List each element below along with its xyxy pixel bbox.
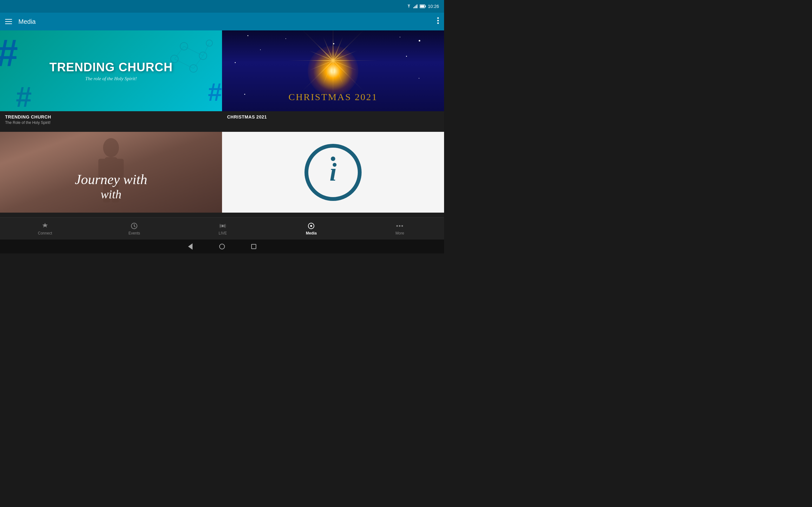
more-options-button[interactable] xyxy=(437,17,439,26)
svg-line-19 xyxy=(174,59,194,68)
system-nav xyxy=(0,239,444,253)
app-bar-left: Media xyxy=(5,18,36,25)
christmas-label-title: CHRISTMAS 2021 xyxy=(227,114,439,119)
svg-rect-1 xyxy=(414,6,415,8)
back-icon xyxy=(188,243,193,250)
journey-title-text: Journey with xyxy=(0,172,222,188)
home-icon xyxy=(219,244,225,249)
status-time: 10:26 xyxy=(428,4,439,9)
svg-rect-3 xyxy=(416,4,417,8)
svg-line-16 xyxy=(194,56,203,68)
svg-line-15 xyxy=(184,46,203,56)
christmas-2021-card[interactable]: CHRISTMAS 2021 CHRISTMAS 2021 xyxy=(222,31,444,132)
media-grid: # # # TRENDING CHURCH The role of the Ho… xyxy=(0,31,444,233)
trending-church-thumbnail: # # # TRENDING CHURCH The role of the Ho… xyxy=(0,31,222,111)
nav-events[interactable]: Events xyxy=(121,220,147,238)
nav-more[interactable]: More xyxy=(387,220,412,238)
recents-icon xyxy=(251,244,256,249)
nav-connect[interactable]: Connect xyxy=(32,220,59,238)
more-label: More xyxy=(396,231,404,235)
hamburger-icon[interactable] xyxy=(5,19,12,24)
journey-subtitle-text: with xyxy=(0,187,222,202)
status-bar: 10:26 xyxy=(0,0,444,13)
svg-rect-2 xyxy=(415,5,416,8)
app-bar: Media xyxy=(0,13,444,31)
bottom-navigation: Connect Events LIVE xyxy=(0,217,444,239)
trending-church-label: TRENDING CHURCH The Role of the Holy Spi… xyxy=(0,111,222,132)
star-dot xyxy=(406,56,407,57)
trending-church-subtitle: The role of the Holy Spirit! xyxy=(49,76,173,81)
signal-icon xyxy=(413,4,418,8)
hashtag-decoration-bl: # xyxy=(16,83,32,111)
svg-point-31 xyxy=(402,225,403,227)
star-dot xyxy=(247,35,248,36)
status-icons: 10:26 xyxy=(406,4,439,9)
trending-church-text: TRENDING CHURCH The role of the Holy Spi… xyxy=(49,60,173,81)
svg-line-17 xyxy=(174,46,184,59)
svg-rect-5 xyxy=(425,6,426,7)
nav-media[interactable]: Media xyxy=(299,220,324,238)
nav-live[interactable]: LIVE xyxy=(210,220,235,238)
events-icon xyxy=(131,222,138,230)
trending-church-label-title: TRENDING CHURCH xyxy=(5,114,217,119)
star-dot xyxy=(419,40,420,42)
wifi-icon xyxy=(406,4,411,8)
info-circle xyxy=(305,144,362,201)
christmas-title-text: CHRISTMAS 2021 xyxy=(222,92,444,102)
trending-church-title: TRENDING CHURCH xyxy=(49,60,173,74)
christmas-label: CHRISTMAS 2021 xyxy=(222,111,444,132)
svg-rect-6 xyxy=(420,5,424,8)
connect-icon xyxy=(41,222,49,230)
app-bar-title: Media xyxy=(18,18,36,25)
svg-point-29 xyxy=(397,225,398,227)
info-circle-dot xyxy=(331,157,335,161)
connect-label: Connect xyxy=(38,231,52,235)
live-icon xyxy=(219,222,226,230)
star-dot xyxy=(235,62,236,63)
more-icon xyxy=(396,222,403,230)
battery-icon xyxy=(420,4,426,8)
star-dot xyxy=(260,49,261,50)
journey-thumbnail: Journey with with xyxy=(0,132,222,213)
journey-text-overlay: Journey with with xyxy=(0,172,222,202)
svg-rect-0 xyxy=(413,7,414,8)
hashtag-decoration-br: # xyxy=(208,79,222,105)
trending-church-label-subtitle: The Role of the Holy Spirit! xyxy=(5,120,217,125)
live-label: LIVE xyxy=(218,231,227,235)
svg-point-27 xyxy=(222,225,223,227)
svg-point-7 xyxy=(438,17,439,19)
svg-point-28 xyxy=(310,225,312,227)
svg-point-20 xyxy=(103,138,119,157)
christmas-rays xyxy=(333,60,334,61)
svg-point-9 xyxy=(438,22,439,24)
christmas-2021-thumbnail: CHRISTMAS 2021 xyxy=(222,31,444,111)
events-label: Events xyxy=(129,231,140,235)
christmas-card-inner: CHRISTMAS 2021 xyxy=(222,31,444,111)
trending-church-card[interactable]: # # # TRENDING CHURCH The role of the Ho… xyxy=(0,31,222,132)
star-dot xyxy=(286,38,286,39)
media-icon xyxy=(307,222,315,230)
svg-point-30 xyxy=(399,225,401,227)
back-button[interactable] xyxy=(187,243,194,250)
svg-point-8 xyxy=(438,20,439,21)
info-thumbnail xyxy=(222,132,444,213)
hashtag-decoration-tl: # xyxy=(0,34,18,72)
star-dot xyxy=(419,78,419,78)
media-label: Media xyxy=(306,231,316,235)
recents-button[interactable] xyxy=(251,243,257,250)
star-dot xyxy=(400,37,400,38)
home-button[interactable] xyxy=(219,243,225,250)
